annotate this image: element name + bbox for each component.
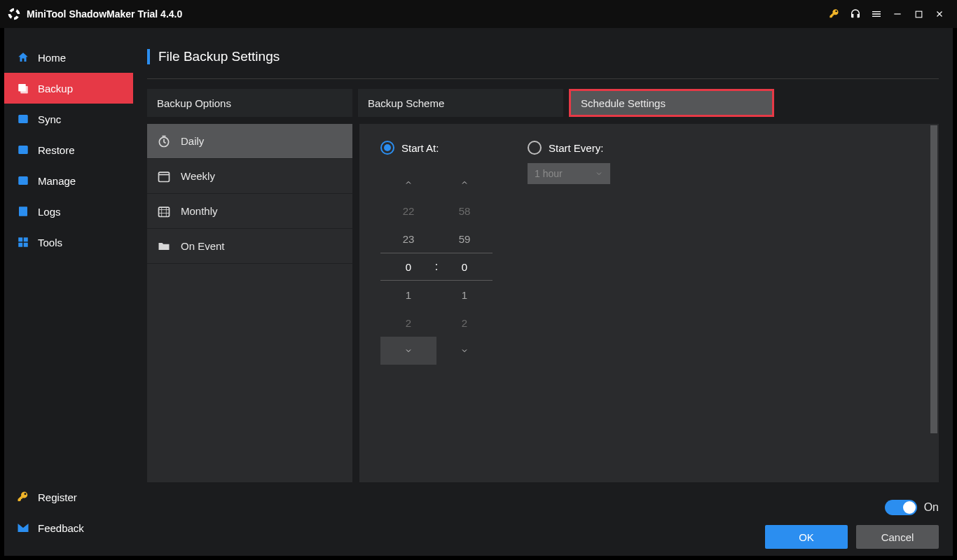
logs-icon (17, 205, 29, 218)
time-picker: 22 58 23 59 0 : 0 1 (380, 169, 493, 365)
ok-button[interactable]: OK (765, 525, 848, 549)
title-accent (147, 49, 150, 64)
svg-rect-4 (18, 115, 28, 123)
sidebar-item-label: Restore (38, 144, 75, 156)
tab-backup-options[interactable]: Backup Options (147, 89, 352, 117)
sidebar-item-label: Home (38, 52, 66, 64)
minute-up-button[interactable] (436, 169, 493, 197)
freq-label: Monthly (181, 205, 218, 217)
radio-icon (528, 141, 542, 155)
sidebar-item-tools[interactable]: Tools (4, 227, 133, 258)
sidebar-item-feedback[interactable]: Feedback (4, 512, 133, 543)
minute-option[interactable]: 2 (436, 309, 493, 337)
restore-icon (17, 144, 29, 156)
page-title: File Backup Settings (158, 49, 280, 64)
cancel-button[interactable]: Cancel (856, 525, 939, 549)
mail-icon (17, 522, 29, 534)
hour-option[interactable]: 2 (380, 309, 436, 337)
radio-label: Start At: (401, 142, 439, 154)
sidebar-item-manage[interactable]: Manage (4, 165, 133, 196)
svg-rect-14 (159, 207, 170, 216)
hour-option[interactable]: 1 (380, 281, 436, 309)
svg-rect-0 (894, 13, 900, 14)
sidebar-item-label: Sync (38, 113, 61, 125)
clock-icon (157, 134, 171, 148)
svg-rect-1 (916, 11, 922, 18)
sidebar: Home Backup Sync Restore Manage Logs Too… (4, 28, 133, 556)
toggle-label: On (924, 501, 939, 514)
sidebar-item-label: Feedback (38, 522, 84, 534)
radio-label: Start Every: (549, 142, 603, 154)
key-icon (17, 491, 29, 503)
minute-down-button[interactable] (436, 337, 493, 365)
minute-option[interactable]: 59 (436, 225, 493, 253)
minute-selected[interactable]: 0 (436, 253, 493, 281)
sidebar-item-backup[interactable]: Backup (4, 73, 133, 104)
schedule-config-panel: Start At: 22 58 23 (359, 124, 939, 482)
freq-label: Weekly (181, 170, 215, 182)
sidebar-item-label: Backup (38, 83, 73, 94)
interval-dropdown[interactable]: 1 hour (528, 163, 610, 184)
radio-start-every[interactable]: Start Every: (528, 141, 610, 155)
footer: On OK Cancel (765, 500, 939, 549)
svg-rect-7 (19, 206, 27, 216)
sidebar-item-register[interactable]: Register (4, 482, 133, 512)
freq-weekly[interactable]: Weekly (147, 159, 352, 194)
tab-backup-scheme[interactable]: Backup Scheme (358, 89, 563, 117)
freq-daily[interactable]: Daily (147, 124, 352, 159)
tab-label: Backup Options (157, 97, 231, 109)
tools-icon (17, 236, 29, 248)
backup-icon (17, 82, 29, 94)
button-label: Cancel (881, 531, 914, 543)
app-logo-icon (7, 7, 21, 21)
sidebar-item-sync[interactable]: Sync (4, 104, 133, 134)
home-icon (17, 51, 29, 64)
svg-rect-9 (24, 237, 28, 241)
sidebar-item-label: Logs (38, 206, 61, 218)
sidebar-item-label: Tools (38, 237, 62, 248)
hour-option[interactable]: 23 (380, 225, 436, 253)
sidebar-item-label: Manage (38, 175, 76, 187)
sync-icon (17, 113, 29, 125)
dropdown-value: 1 hour (535, 168, 563, 179)
svg-rect-13 (159, 172, 170, 181)
radio-start-at[interactable]: Start At: (380, 141, 493, 155)
svg-rect-6 (18, 176, 28, 185)
schedule-toggle[interactable] (885, 500, 917, 515)
hour-option[interactable]: 22 (380, 197, 436, 225)
divider (147, 78, 939, 79)
button-label: OK (799, 531, 814, 543)
minute-option[interactable]: 1 (436, 281, 493, 309)
svg-rect-11 (24, 243, 28, 247)
freq-on-event[interactable]: On Event (147, 229, 352, 264)
tab-schedule-settings[interactable]: Schedule Settings (569, 89, 774, 117)
hour-down-button[interactable] (380, 337, 436, 365)
chevron-down-icon (595, 169, 603, 178)
svg-rect-10 (18, 243, 22, 247)
sidebar-item-label: Register (38, 491, 77, 503)
titlebar: MiniTool ShadowMaker Trial 4.4.0 (0, 0, 957, 28)
menu-icon[interactable] (866, 4, 887, 24)
svg-rect-3 (20, 86, 28, 94)
scrollbar[interactable] (930, 125, 937, 433)
freq-monthly[interactable]: Monthly (147, 194, 352, 229)
tab-label: Backup Scheme (368, 97, 444, 109)
maximize-icon[interactable] (908, 4, 929, 24)
minimize-icon[interactable] (887, 4, 908, 24)
manage-icon (17, 174, 29, 187)
calendar-icon (157, 169, 171, 183)
svg-rect-8 (18, 237, 22, 241)
hour-selected[interactable]: 0 (380, 253, 436, 281)
sidebar-item-home[interactable]: Home (4, 42, 133, 73)
sidebar-item-logs[interactable]: Logs (4, 196, 133, 227)
time-separator: : (435, 260, 438, 273)
hour-up-button[interactable] (380, 169, 436, 197)
minute-option[interactable]: 58 (436, 197, 493, 225)
sidebar-item-restore[interactable]: Restore (4, 134, 133, 165)
svg-rect-5 (18, 146, 28, 154)
close-icon[interactable] (929, 4, 950, 24)
freq-label: On Event (181, 240, 225, 252)
headset-icon[interactable] (845, 4, 866, 24)
tabs: Backup Options Backup Scheme Schedule Se… (147, 89, 939, 117)
key-icon[interactable] (824, 4, 845, 24)
